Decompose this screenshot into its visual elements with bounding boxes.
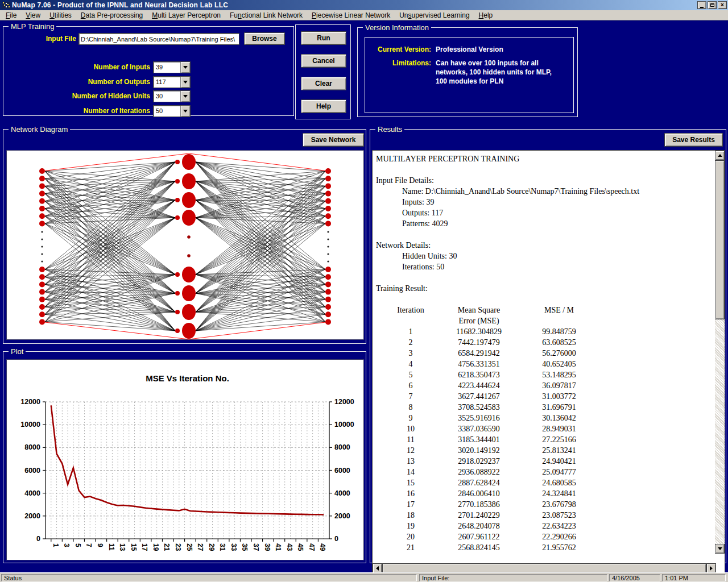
number-of-outputs-label: Number of Outputs (3, 78, 150, 86)
number-of-hidden-units-combobox[interactable]: 30 (153, 90, 191, 102)
svg-text:35: 35 (241, 543, 249, 551)
cell: 24.324841 (509, 488, 609, 499)
menu-item-piecewise-linear-network[interactable]: Piecewise Linear Network (307, 11, 395, 20)
cell (509, 315, 609, 326)
cell: 3387.036590 (449, 423, 509, 434)
svg-text:23: 23 (174, 543, 182, 551)
results-line (373, 164, 716, 175)
menu-item-unsupervised-learning[interactable]: Unsupervised Learning (395, 11, 474, 20)
menu-item-data-pre-processing[interactable]: Data Pre-processing (76, 11, 147, 20)
number-of-iterations-combobox[interactable]: 50 (153, 105, 191, 117)
cell: 15 (373, 477, 449, 488)
results-table-row: 93525.91691630.136042 (373, 413, 716, 423)
scroll-down-button[interactable] (715, 544, 725, 554)
svg-text:4000: 4000 (334, 489, 350, 497)
cell: 2568.824145 (449, 542, 509, 553)
client-area: MLP Training Input File Browse Number of… (0, 20, 728, 572)
number-of-outputs-value: 117 (154, 77, 180, 88)
date-panel: 4/16/2005 (609, 574, 660, 581)
results-line: Hidden Units: 30 (373, 251, 716, 261)
cell: 13 (373, 456, 449, 467)
cell: 6584.291942 (449, 348, 509, 359)
arrow-down-icon (718, 547, 722, 550)
clear-button[interactable]: Clear (301, 77, 346, 90)
input-file-field[interactable] (78, 33, 239, 45)
number-of-inputs-dropdown-button[interactable] (180, 62, 190, 73)
cell: 3627.441267 (449, 391, 509, 402)
chevron-down-icon (183, 81, 188, 84)
svg-text:10000: 10000 (334, 421, 354, 429)
cancel-button[interactable]: Cancel (301, 54, 346, 68)
results-table-row: 27442.19747963.608525 (373, 337, 716, 348)
results-table-row: 64223.44462436.097817 (373, 380, 716, 391)
svg-text:11: 11 (107, 543, 115, 551)
version-info-group-title: Version Information (363, 23, 431, 32)
cell: 14 (373, 467, 449, 477)
svg-text:27: 27 (196, 543, 204, 551)
help-button[interactable]: Help (301, 99, 346, 113)
number-of-iterations-value: 50 (154, 106, 180, 117)
menu-item-file[interactable]: File (1, 11, 21, 20)
results-line: Iterations: 50 (373, 261, 716, 272)
results-line: Outputs: 117 (373, 207, 716, 218)
svg-text:21: 21 (163, 543, 171, 551)
svg-text:17: 17 (140, 543, 148, 551)
browse-button[interactable]: Browse (244, 32, 285, 45)
cell: 5 (373, 369, 449, 380)
close-icon: × (721, 2, 724, 8)
cell: 23.087523 (509, 510, 609, 521)
minimize-button[interactable] (697, 1, 706, 9)
mse-line-series (51, 405, 324, 514)
cell: 17 (373, 499, 449, 510)
menu-item-functional-link-network[interactable]: Functional Link Network (225, 11, 307, 20)
number-of-outputs-combobox[interactable]: 117 (153, 76, 191, 88)
menu-item-utilities[interactable]: Utilities (45, 11, 76, 20)
menu-item-help[interactable]: Help (474, 11, 498, 20)
network-diagram-canvas (6, 150, 364, 340)
svg-text:8000: 8000 (334, 443, 350, 451)
cell: 3708.524583 (449, 402, 509, 413)
current-version-value: Professional Version (436, 45, 503, 53)
number-of-inputs-value: 39 (154, 62, 180, 73)
scroll-right-button[interactable] (706, 563, 716, 573)
save-network-button[interactable]: Save Network (303, 133, 364, 147)
number-of-hidden-units-label: Number of Hidden Units (3, 92, 150, 100)
results-vertical-scrollbar[interactable] (715, 151, 725, 554)
number-of-inputs-combobox[interactable]: 39 (153, 61, 191, 73)
cell: 24.680585 (509, 477, 609, 488)
cell (373, 315, 449, 326)
svg-text:49: 49 (318, 543, 326, 551)
horizontal-scroll-thumb[interactable] (382, 563, 706, 573)
cell: 27.225166 (509, 434, 609, 445)
cell: 18 (373, 510, 449, 521)
svg-text:47: 47 (308, 543, 316, 551)
results-text-area[interactable]: MULTILAYER PERCEPTRON TRAININGInput File… (372, 150, 725, 573)
menu-item-view[interactable]: View (21, 11, 45, 20)
svg-text:45: 45 (296, 543, 304, 551)
limitations-line: 100 modules for PLN (436, 77, 503, 85)
vertical-scroll-thumb[interactable] (715, 160, 725, 319)
cell: Error (MSE) (449, 315, 509, 326)
cell: 3185.344401 (449, 434, 509, 445)
results-line: Training Result: (373, 283, 716, 294)
cell: 2918.029237 (449, 456, 509, 467)
current-version-label: Current Version: (367, 45, 431, 53)
svg-text:43: 43 (286, 543, 293, 551)
save-results-button[interactable]: Save Results (664, 133, 723, 147)
run-button[interactable]: Run (301, 31, 346, 45)
svg-text:29: 29 (208, 543, 216, 551)
restore-button[interactable] (708, 1, 717, 9)
cell: 25.094777 (509, 467, 609, 477)
number-of-outputs-dropdown-button[interactable] (180, 77, 190, 88)
number-of-iterations-dropdown-button[interactable] (180, 106, 190, 117)
cell: 2770.185386 (449, 499, 509, 510)
menu-item-multi-layer-perceptron[interactable]: Multi Layer Perceptron (147, 11, 225, 20)
close-button[interactable]: × (718, 1, 727, 9)
svg-text:0: 0 (334, 535, 338, 543)
plot-group: Plot MSE Vs Iteration No.002000200040004… (3, 351, 366, 563)
results-horizontal-scrollbar[interactable] (373, 563, 716, 573)
number-of-hidden-units-dropdown-button[interactable] (180, 91, 190, 102)
command-buttons-group: RunCancelClearHelp (295, 24, 351, 119)
scroll-left-button[interactable] (373, 563, 382, 573)
scroll-up-button[interactable] (715, 151, 725, 160)
